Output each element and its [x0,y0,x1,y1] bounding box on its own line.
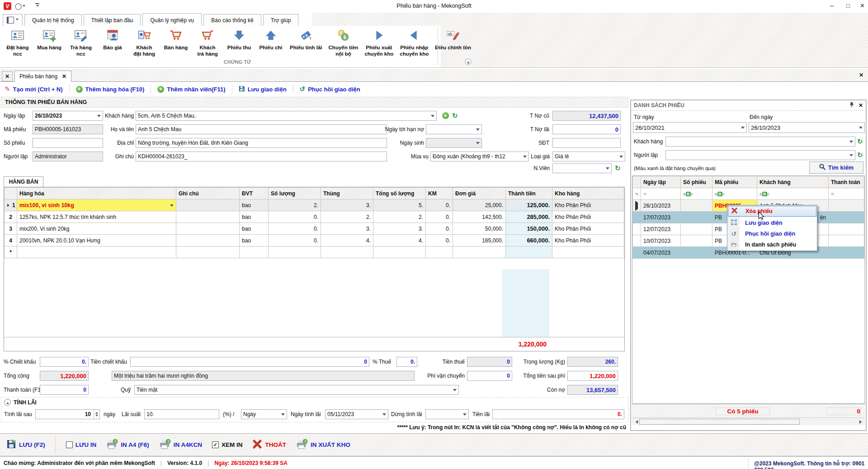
cell[interactable]: 4. [373,235,426,246]
cell[interactable] [681,247,712,259]
dung-tinh-lai-combo[interactable] [425,409,469,419]
cell[interactable]: 50,000. [453,223,506,235]
cell[interactable]: 142,500. [453,211,506,223]
cell[interactable]: 04/07/2023 [641,247,681,259]
cell[interactable]: 0. [426,199,453,211]
column-header[interactable]: Hàng hóa [17,188,176,199]
scroll-right-icon[interactable] [859,420,863,424]
ngay-tinh-lai-combo[interactable]: 05/11/2023 [325,409,388,419]
menu-item-print-list[interactable]: In danh sách phiếu [728,239,816,250]
thanh-toan-input[interactable]: 0 [40,385,89,395]
cell[interactable] [17,246,176,258]
cell[interactable]: 0. [269,235,321,246]
scroll-left-icon[interactable] [634,420,638,424]
chiet-khau-pct-input[interactable]: 0. [40,357,89,367]
close-icon[interactable]: ✕ [62,73,66,80]
ribbon-button-khach-dat-hang[interactable]: Kháchđặt hàng [128,27,160,57]
preview-checkbox[interactable]: ✓ XEM IN [212,441,243,448]
column-header[interactable]: Thành tiền [506,188,552,199]
ribbon-collapse-button[interactable] [465,58,472,65]
period-combo[interactable]: Ngày [241,409,287,419]
cell[interactable] [453,246,506,258]
column-header[interactable]: Đơn giá [453,188,506,199]
cell[interactable] [681,212,712,223]
ngay-sinh-combo[interactable] [426,138,482,148]
cell[interactable]: Kho Phân Phối [552,199,624,211]
column-header[interactable] [633,176,641,188]
print-a4-button[interactable]: ? IN A4 (F6) [106,439,149,451]
cell[interactable]: Kho Phân Phối [552,211,624,223]
sdt-input[interactable] [552,138,621,148]
filter-cell[interactable]: = [829,188,864,200]
cell[interactable]: 285,000. [506,211,552,223]
mua-vu-combo[interactable]: Đông xuân (Khoảng th9 - th12 [430,152,529,161]
quy-combo[interactable]: Tiền mặt [134,385,459,395]
cell[interactable]: 2. [321,211,373,223]
items-tab-hang-ban[interactable]: HÀNG BÁN [4,176,43,187]
column-header[interactable]: Số phiếu [681,176,712,188]
cell[interactable] [176,246,240,258]
tu-ngay-combo[interactable]: 26/10/2021 [633,122,747,133]
ribbon-tab-thiet-lap[interactable]: Thiết lập ban đầu [84,14,141,27]
cell[interactable]: bao [240,199,269,211]
filter-cell[interactable]: aBc [757,188,829,200]
menu-item-restore-layout[interactable]: ↺ Phục hồi giao diện [728,228,816,239]
collapse-icon[interactable] [4,399,11,406]
action-add-item-button[interactable]: + Thêm hàng hóa (F10) [76,86,145,93]
panel-scrollbar[interactable] [632,417,865,425]
ribbon-button-tra-hang-ncc[interactable]: Trả hàngncc [65,27,97,57]
thue-pct-input[interactable]: 0. [396,357,417,367]
cell[interactable] [426,246,453,258]
column-header[interactable]: Khách hàng [757,176,829,188]
cell[interactable]: Kho Phân Phối [552,223,624,235]
tien-chiet-khau-input[interactable]: 0 [130,357,369,367]
column-header[interactable]: Mã phiếu [712,176,757,188]
cell[interactable]: 3. [321,199,373,211]
column-header[interactable]: Kho hàng [552,188,624,199]
cell[interactable] [829,200,864,212]
cell[interactable]: 1257ks, NPK 12.5.7 thúc tím khánh sinh [17,211,176,223]
cell[interactable] [829,212,864,223]
save-button[interactable]: LƯU (F2) [6,439,45,450]
print-warehouse-button[interactable]: ? IN XUẤT KHO [296,439,350,451]
cell[interactable]: 660,000. [506,235,552,246]
refresh-customer-icon[interactable]: ↻ [452,112,458,119]
cell[interactable]: 12/07/2023 [641,223,681,235]
column-header[interactable]: Thùng [321,188,373,199]
print-a4kcn-button[interactable]: ? IN A4KCN [159,439,202,451]
refresh-employee-icon[interactable]: ↻ [615,165,621,171]
save-print-checkbox[interactable]: LƯU IN [66,441,96,448]
column-header[interactable]: Thanh toán [829,176,864,188]
cell[interactable]: bao [240,223,269,235]
cell[interactable]: 17/07/2023 [641,212,681,223]
ribbon-tab-tro-giup[interactable]: Trợ giúp [263,14,299,27]
cell[interactable]: 165,000. [453,235,506,246]
column-header[interactable]: Số lượng [269,188,321,199]
pin-icon[interactable] [849,102,854,109]
cell[interactable]: 150,000. [506,223,552,235]
ribbon-button-phieu-nhap-chuyen-kho[interactable]: Phiếu nhậpchuyển kho [396,27,432,57]
den-ngay-combo[interactable]: 26/10/2023 [749,122,865,133]
column-header[interactable]: Ghi chú [176,188,240,199]
cell[interactable]: 0. [426,223,453,235]
column-header[interactable] [5,188,17,199]
cell[interactable] [829,223,864,235]
ribbon-button-phieu-xuat-chuyen-kho[interactable]: Phiếu xuấtchuyển kho [361,27,396,57]
cell[interactable]: 0. [426,235,453,246]
panel-khach-hang-combo[interactable] [665,137,855,147]
close-button[interactable]: ✕ [860,2,865,9]
cell[interactable] [829,235,864,247]
exit-button[interactable]: THOÁT [252,439,286,450]
ribbon-button-dieu-chinh-ton[interactable]: ab Điều chỉnh tồn [432,27,474,51]
cell[interactable] [176,211,240,223]
table-row[interactable]: 4 20010vh, NPK 20.0.10 Vạn Hưng bao 0. 4… [5,235,624,246]
menu-item-delete-receipt[interactable]: Xóa phiếu [728,206,816,217]
refresh-icon[interactable]: ↻ [857,152,863,158]
cell[interactable]: 10/07/2023 [641,235,681,247]
action-restore-layout-button[interactable]: ↺ Phục hồi giao diện [300,85,360,93]
filter-edit-cell[interactable]: ✎ [633,188,641,200]
cell[interactable]: bao [240,211,269,223]
cell[interactable] [506,246,552,258]
add-customer-button[interactable]: + [442,112,449,119]
tinh-lai-sau-spinner[interactable]: 10 [35,409,100,419]
